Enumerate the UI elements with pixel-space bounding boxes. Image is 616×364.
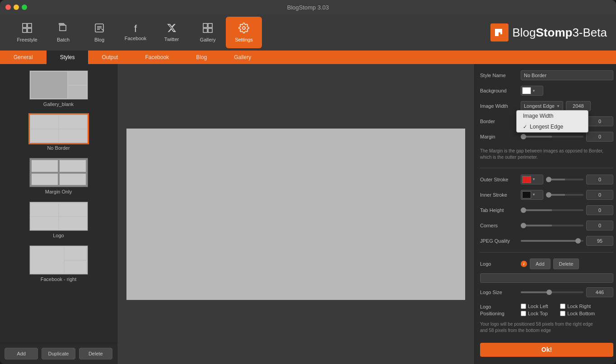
outer-stroke-input[interactable]: 0 [586, 175, 613, 184]
image-width-value: Longest Edge ▼ 2048 [521, 101, 613, 111]
margin-hint: The Margin is the gap between images as … [480, 146, 613, 162]
image-width-row: Image Width Longest Edge ▼ 2048 Image Wi… [480, 100, 613, 112]
style-item-facebook-right[interactable]: Facebook - right [5, 244, 112, 284]
margin-value: 0 [521, 132, 613, 142]
inner-stroke-slider[interactable] [546, 194, 583, 196]
brand-name: BlogStomp3-Beta [512, 26, 607, 40]
outer-stroke-value: ▼ 0 [521, 175, 613, 184]
lock-top-label[interactable]: Lock Top [521, 311, 555, 316]
corners-slider-container [521, 225, 583, 226]
nav-tab-facebook[interactable]: Facebook [131, 51, 182, 64]
gallery-icon [202, 23, 213, 35]
tab-height-slider-container [521, 209, 583, 211]
jpeg-quality-input[interactable]: 95 [586, 236, 613, 246]
styles-sidebar: Gallery_blank No Border [0, 64, 117, 364]
nav-tab-blog[interactable]: Blog [182, 51, 220, 64]
secondary-nav: General Styles Output Facebook Blog Gall… [0, 51, 616, 64]
svg-rect-0 [23, 23, 27, 28]
dropdown-option-image-width[interactable]: Image Width [517, 111, 588, 121]
app-window: BlogStomp 3.03 Freestyle Batch Blog f Fa… [0, 0, 616, 364]
svg-rect-2 [23, 28, 27, 32]
toolbar-item-gallery[interactable]: Gallery [190, 17, 226, 48]
position-hint: Your logo will be positioned 58 pixels f… [480, 319, 613, 336]
logo-add-button[interactable]: Add [530, 258, 551, 269]
jpeg-quality-slider-container [521, 240, 583, 242]
outer-stroke-slider[interactable] [546, 179, 583, 180]
tab-height-input[interactable]: 0 [586, 205, 613, 215]
background-dropdown-arrow: ▼ [532, 89, 536, 93]
add-style-button[interactable]: Add [5, 348, 38, 359]
delete-style-button[interactable]: Delete [79, 348, 112, 359]
style-label-margin-only: Margin Only [45, 189, 72, 194]
style-item-no-border[interactable]: No Border [5, 112, 112, 152]
svg-rect-13 [203, 28, 207, 32]
styles-list: Gallery_blank No Border [0, 64, 117, 343]
canvas-preview [126, 129, 465, 300]
corners-input[interactable]: 0 [586, 221, 613, 230]
style-item-logo[interactable]: Logo [5, 200, 112, 240]
style-name-row: Style Name [480, 69, 613, 81]
toolbar-item-batch[interactable]: Batch [45, 17, 81, 48]
margin-input[interactable]: 0 [586, 132, 613, 142]
tab-height-value: 0 [521, 205, 613, 215]
image-width-dropdown[interactable]: Longest Edge ▼ [521, 101, 563, 111]
style-item-margin-only[interactable]: Margin Only [5, 156, 112, 196]
image-width-label: Image Width [480, 103, 521, 109]
lock-right-label[interactable]: Lock Right [560, 304, 595, 309]
ok-button[interactable]: Ok! [480, 343, 613, 357]
border-input[interactable]: 0 [586, 116, 613, 126]
minimize-button[interactable] [14, 5, 19, 10]
lock-left-label[interactable]: Lock Left [521, 304, 555, 309]
brand-icon [490, 23, 509, 41]
nav-tab-output[interactable]: Output [88, 51, 131, 64]
close-button[interactable] [5, 5, 11, 10]
toolbar-item-freestyle[interactable]: Freestyle [9, 17, 45, 48]
nav-tab-styles[interactable]: Styles [47, 51, 89, 64]
brand-logo: BlogStomp3-Beta [490, 23, 607, 41]
lock-checkboxes: Lock Left Lock Right Lock Top Lock [521, 304, 595, 316]
logo-size-input[interactable]: 446 [586, 287, 613, 297]
lock-bottom-label[interactable]: Lock Bottom [560, 311, 595, 316]
toolbar-item-blog[interactable]: Blog [81, 17, 117, 48]
inner-stroke-value: ▼ 0 [521, 190, 613, 200]
twitter-icon [167, 23, 177, 35]
toolbar-item-facebook[interactable]: f Facebook [117, 17, 154, 48]
image-width-dropdown-popup: Image Width Longest Edge [516, 110, 588, 133]
background-color-select[interactable]: ▼ [521, 86, 543, 96]
canvas-area [117, 64, 474, 364]
facebook-icon: f [134, 24, 137, 34]
nav-tab-gallery[interactable]: Gallery [220, 51, 265, 64]
blog-icon [94, 23, 105, 35]
image-width-input[interactable]: 2048 [566, 101, 591, 111]
corners-slider[interactable] [521, 225, 583, 226]
margin-slider[interactable] [521, 136, 583, 138]
batch-icon [58, 23, 69, 35]
dropdown-option-longest-edge[interactable]: Longest Edge [517, 121, 588, 132]
background-color-swatch [522, 87, 531, 94]
toolbar-item-twitter[interactable]: Twitter [154, 17, 190, 48]
outer-stroke-swatch [522, 176, 531, 183]
jpeg-quality-slider[interactable] [521, 240, 583, 242]
style-item-gallery-blank[interactable]: Gallery_blank [5, 69, 112, 109]
style-preview-gallery-blank [29, 70, 88, 100]
lock-bottom-checkbox[interactable] [560, 311, 565, 316]
nav-tab-general[interactable]: General [0, 51, 47, 64]
lock-top-checkbox[interactable] [521, 311, 526, 316]
inner-stroke-color[interactable]: ▼ [521, 190, 543, 200]
jpeg-quality-label: JPEG Quality [480, 238, 521, 244]
style-label-facebook-right: Facebook - right [41, 276, 76, 282]
maximize-button[interactable] [22, 5, 27, 10]
lock-right-checkbox[interactable] [560, 304, 565, 309]
lock-left-checkbox[interactable] [521, 304, 526, 309]
logo-info-icon[interactable]: i [521, 261, 527, 267]
inner-stroke-input[interactable]: 0 [586, 190, 613, 200]
logo-delete-button[interactable]: Delete [553, 258, 579, 269]
toolbar-item-settings[interactable]: Settings [226, 17, 262, 48]
duplicate-style-button[interactable]: Duplicate [42, 348, 75, 359]
logo-size-slider[interactable] [521, 291, 583, 293]
inner-stroke-row: Inner Stroke ▼ 0 [480, 189, 613, 201]
style-name-input[interactable] [521, 70, 613, 80]
outer-stroke-color[interactable]: ▼ [521, 175, 543, 184]
tab-height-slider[interactable] [521, 209, 583, 211]
style-preview-margin-only [29, 158, 88, 187]
